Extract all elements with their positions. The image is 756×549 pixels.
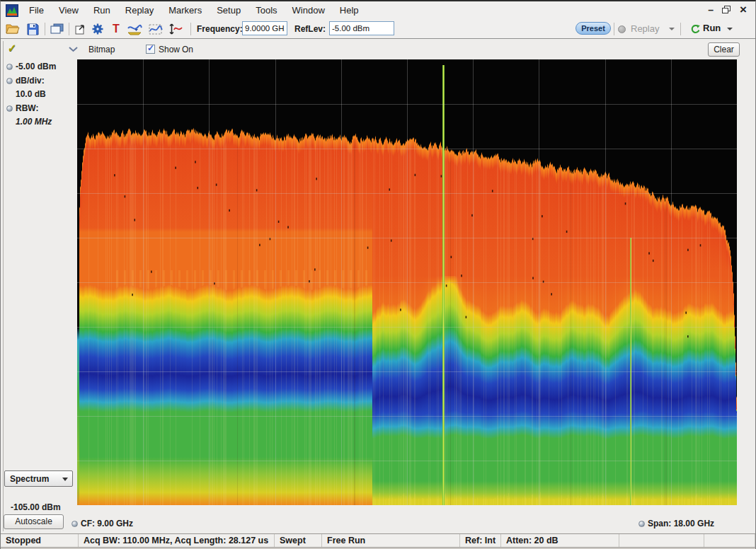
status-trigger: Free Run: [322, 534, 460, 547]
run-icon: [687, 22, 703, 36]
show-checkbox[interactable]: ✓: [146, 45, 155, 54]
toolbar-separator: [45, 23, 45, 35]
top-ref-level: -5.00 dBm: [16, 62, 56, 71]
save-floppy-icon[interactable]: [25, 22, 40, 36]
menu-item-window[interactable]: Window: [292, 5, 325, 16]
reflev-label: RefLev:: [294, 24, 326, 34]
toolbar-separator: [190, 23, 191, 35]
dropdown-arrow-icon: [62, 478, 68, 481]
plot-area: [77, 59, 737, 505]
status-acquisition: Acq BW: 110.00 MHz, Acq Length: 28.127 u…: [79, 534, 275, 547]
main-area: ✓ Bitmap ✓ Show On Clear -5.00 dBm dB/di…: [1, 39, 755, 533]
ref-level-bullet-icon: [6, 64, 13, 70]
span: Span: 18.00 GHz: [648, 519, 714, 528]
menu-item-setup[interactable]: Setup: [217, 5, 241, 16]
replay-icon: [618, 25, 626, 33]
replay-dropdown-caret[interactable]: [669, 28, 675, 30]
toolbar-separator: [680, 23, 681, 35]
display-selected-check: ✓: [8, 42, 17, 54]
analysis-window-icon[interactable]: [148, 22, 164, 36]
reflev-input[interactable]: [329, 21, 394, 35]
status-reference: Ref: Int: [460, 534, 501, 547]
span-bullet-icon: [638, 521, 645, 527]
settings-gear-icon[interactable]: [90, 22, 105, 36]
amplitude-waveform-icon[interactable]: [127, 22, 142, 36]
close-button[interactable]: ×: [740, 4, 747, 16]
check-glyph: ✓: [147, 43, 154, 53]
toolbar-separator: [614, 23, 614, 35]
autoscale-button[interactable]: Autoscale: [4, 514, 64, 529]
view-name-label: Bitmap: [88, 45, 115, 54]
center-frequency: CF: 9.00 GHz: [81, 519, 133, 528]
panel-edge-line: [3, 41, 4, 531]
bitmap-display[interactable]: [77, 59, 737, 505]
application-window: FileViewRunReplayMarkersSetupToolsWindow…: [0, 0, 756, 549]
app-icon: [6, 4, 18, 17]
window-controls: – ×: [708, 3, 747, 17]
menu-item-file[interactable]: File: [29, 5, 44, 16]
status-empty-2: [704, 534, 755, 547]
frequency-label: Frequency:: [197, 24, 243, 34]
displays-icon[interactable]: [49, 22, 64, 36]
menu-item-view[interactable]: View: [59, 5, 79, 16]
chevron-down-icon[interactable]: [69, 47, 78, 52]
status-sweep-type: Swept: [275, 534, 322, 547]
db-div-label: dB/div:: [16, 76, 45, 86]
status-bar: StoppedAcq BW: 110.00 MHz, Acq Length: 2…: [1, 533, 755, 547]
title-bar: FileViewRunReplayMarkersSetupToolsWindow…: [1, 1, 755, 19]
minimize-button[interactable]: –: [708, 4, 714, 16]
rbw-label: RBW:: [16, 103, 38, 113]
open-folder-icon[interactable]: [5, 22, 21, 36]
db-div-bullet-icon: [6, 78, 13, 84]
show-label: Show: [159, 45, 180, 54]
trigger-text-icon[interactable]: T: [108, 22, 124, 36]
cf-bullet-icon: [71, 521, 78, 527]
menu-bar: FileViewRunReplayMarkersSetupToolsWindow…: [29, 5, 359, 16]
toolbar: T Frequency: RefLev: Preset Replay Run: [1, 19, 755, 39]
menu-item-replay[interactable]: Replay: [125, 5, 154, 16]
status-run-state: Stopped: [1, 534, 79, 547]
restore-button[interactable]: [722, 6, 731, 14]
db-div-value: 10.0 dB: [16, 89, 46, 99]
rbw-bullet-icon: [6, 105, 13, 112]
status-attenuation: Atten: 20 dB: [501, 534, 619, 547]
toolbar-separator: [69, 23, 69, 35]
menu-item-tools[interactable]: Tools: [256, 5, 277, 16]
bottom-ref-level: -105.00 dBm: [11, 502, 61, 512]
export-window-icon[interactable]: [71, 22, 87, 36]
run-dropdown-caret[interactable]: [727, 28, 733, 30]
replay-button[interactable]: Replay: [631, 23, 659, 34]
menu-item-help[interactable]: Help: [340, 5, 359, 16]
menu-item-markers[interactable]: Markers: [168, 5, 202, 16]
trace-selector-value: Spectrum: [10, 474, 49, 484]
rbw-value: 1.00 MHz: [16, 117, 52, 127]
menu-item-run[interactable]: Run: [93, 5, 110, 16]
on-label: On: [182, 45, 193, 54]
run-button[interactable]: Run: [703, 23, 721, 33]
clear-button[interactable]: Clear: [708, 42, 740, 57]
status-empty-1: [619, 534, 704, 547]
vertical-autoscale-icon[interactable]: [168, 22, 183, 36]
preset-button[interactable]: Preset: [575, 22, 611, 35]
trace-selector-dropdown[interactable]: Spectrum: [4, 470, 73, 487]
frequency-input[interactable]: [242, 21, 287, 35]
